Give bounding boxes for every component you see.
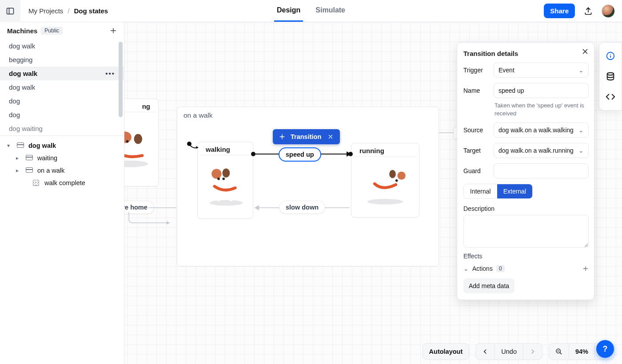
svg-point-24	[187, 142, 191, 146]
chevron-right-icon[interactable]: ▸	[16, 167, 22, 174]
transition-speed-up-label[interactable]: speed up	[279, 147, 321, 162]
internal-external-toggle: Internal External	[463, 184, 533, 199]
code-icon[interactable]	[603, 90, 618, 104]
initial-marker-icon	[187, 141, 200, 151]
mode-tabs: Design Simulate	[274, 0, 348, 22]
tree-item-waiting[interactable]: ▸ waiting	[4, 152, 120, 164]
description-input[interactable]	[463, 215, 589, 248]
breadcrumb: My Projects / Dog states	[20, 7, 108, 15]
state-walking[interactable]: walking	[197, 142, 253, 219]
autolayout-button[interactable]: Autolayout	[423, 343, 470, 360]
sidebar: Machines Public dog walk begging dog wal…	[0, 22, 124, 364]
help-button[interactable]: ?	[596, 340, 614, 358]
selection-toolbar-label: Transition	[291, 133, 321, 140]
svg-point-6	[126, 140, 129, 143]
chevron-down-icon[interactable]: ⌄	[463, 265, 469, 272]
panel-title: Transition details	[463, 50, 589, 57]
machines-list-item[interactable]: begging	[0, 53, 124, 67]
svg-point-10	[211, 169, 221, 178]
machines-list-item[interactable]: dog walk	[0, 80, 124, 94]
tree-root-label: dog walk	[28, 142, 56, 149]
database-icon[interactable]	[603, 69, 618, 83]
tab-design[interactable]: Design	[274, 0, 303, 22]
plus-icon[interactable]	[278, 133, 286, 141]
tree-item-label: waiting	[37, 154, 57, 162]
svg-point-19	[398, 172, 406, 180]
source-select[interactable]: dog walk.on a walk.walking⌄	[494, 123, 589, 138]
transition-partial-line	[149, 207, 176, 208]
info-icon[interactable]	[603, 49, 618, 63]
zoom-out-button[interactable]	[549, 344, 569, 360]
actions-count-badge: 0	[496, 265, 505, 272]
state-icon	[26, 155, 34, 161]
add-machine-button[interactable]	[110, 27, 117, 34]
svg-line-31	[560, 352, 562, 354]
field-label-name: Name	[463, 87, 489, 94]
breadcrumb-root[interactable]: My Projects	[28, 7, 63, 15]
add-action-button[interactable]	[582, 265, 589, 272]
actions-row[interactable]: ⌄ Actions 0	[463, 263, 589, 274]
chevron-down-icon[interactable]: ▾	[7, 142, 13, 149]
name-input[interactable]	[494, 83, 589, 98]
svg-point-13	[222, 178, 225, 180]
more-icon[interactable]: •••	[105, 70, 115, 77]
selection-toolbar: Transition	[273, 129, 340, 144]
avatar[interactable]	[602, 4, 615, 18]
state-running[interactable]: running	[351, 143, 419, 218]
svg-point-27	[610, 54, 611, 55]
close-icon[interactable]	[582, 48, 589, 55]
svg-point-28	[607, 73, 614, 75]
tree-root[interactable]: ▾ dog walk	[4, 139, 120, 152]
chevron-down-icon: ⌄	[578, 127, 584, 134]
transition-slow-down-label[interactable]: slow down	[279, 201, 325, 214]
chevron-right-icon[interactable]: ▸	[16, 155, 22, 161]
sidebar-title: Machines	[7, 27, 37, 35]
tree-item-on-a-walk[interactable]: ▸ on a walk	[4, 164, 120, 177]
state-running-title: running	[354, 143, 416, 157]
undo-prev-button[interactable]	[476, 344, 495, 359]
redo-button[interactable]	[523, 344, 542, 359]
collapse-sidebar-button[interactable]	[0, 0, 20, 22]
name-hint: Taken when the 'speed up' event is recei…	[494, 102, 589, 117]
machines-list-item-selected[interactable]: dog walk •••	[0, 67, 124, 80]
breadcrumb-current[interactable]: Dog states	[74, 7, 108, 15]
machines-list-item[interactable]: dog walk	[0, 39, 124, 53]
arrow-head-icon	[255, 205, 259, 210]
chevron-down-icon: ⌄	[578, 147, 584, 154]
machines-list[interactable]: dog walk begging dog walk ••• dog walk d…	[0, 39, 124, 136]
svg-point-21	[395, 179, 398, 182]
guard-input[interactable]	[494, 163, 589, 178]
svg-rect-23	[399, 190, 407, 195]
machines-list-item[interactable]: dog waiting	[0, 122, 124, 135]
toggle-internal[interactable]: Internal	[464, 184, 497, 198]
tree-item-label: on a walk	[37, 167, 64, 174]
sidebar-header: Machines Public	[0, 22, 124, 39]
field-label-description: Description	[463, 205, 589, 212]
svg-point-20	[389, 170, 396, 178]
transition-target-dot[interactable]	[348, 152, 353, 156]
top-bar: My Projects / Dog states Design Simulate…	[0, 0, 622, 22]
export-icon[interactable]	[581, 4, 595, 18]
share-button[interactable]: Share	[544, 4, 575, 18]
state-icon	[17, 142, 25, 149]
machines-list-item[interactable]: dog	[0, 94, 124, 108]
add-meta-button[interactable]: Add meta data	[463, 278, 514, 293]
svg-point-11	[222, 168, 230, 178]
machines-list-item[interactable]: dog	[0, 108, 124, 122]
trigger-select[interactable]: Event⌄	[494, 63, 589, 78]
tree-item-walk-complete[interactable]: ▸ walk complete	[4, 177, 120, 189]
visibility-badge[interactable]: Public	[41, 27, 63, 35]
svg-point-12	[217, 178, 220, 180]
undo-button[interactable]: Undo	[495, 344, 523, 360]
transition-source-dot[interactable]	[251, 152, 255, 156]
transition-right-partial	[439, 132, 454, 133]
top-right-cluster: Share	[544, 4, 622, 18]
zoom-level[interactable]: 94%	[569, 344, 595, 360]
close-icon[interactable]	[326, 132, 335, 142]
actions-label: Actions	[472, 265, 493, 272]
tab-simulate[interactable]: Simulate	[313, 0, 348, 22]
field-label-trigger: Trigger	[463, 67, 489, 74]
scrollbar-thumb[interactable]	[119, 42, 123, 117]
toggle-external[interactable]: External	[497, 184, 532, 198]
target-select[interactable]: dog walk.on a walk.running⌄	[494, 143, 589, 158]
